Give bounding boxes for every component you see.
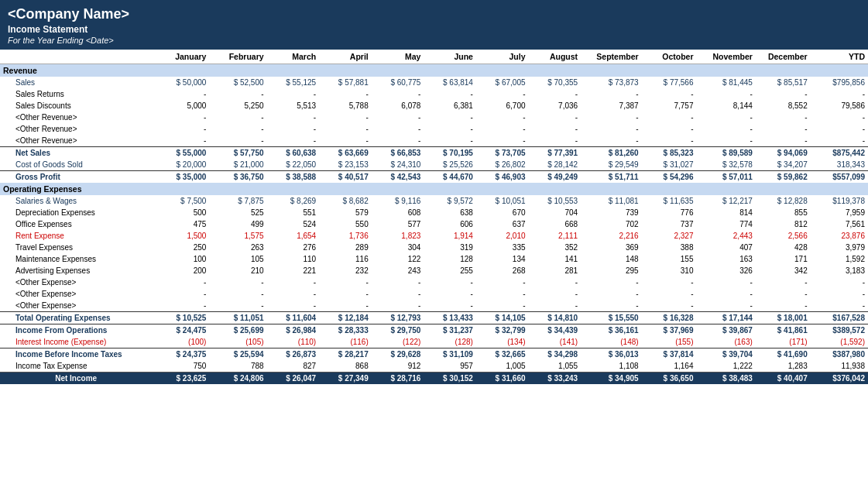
total-opex-label: Total Operating Expenses [0, 312, 152, 324]
travel-label: Travel Expenses [0, 242, 152, 253]
maintenance-label: Maintenance Expenses [0, 253, 152, 265]
other-expense-2-row: <Other Expense> - - - - - - - - - - - - … [0, 288, 868, 300]
column-headers: January February March April May June Ju… [0, 50, 868, 64]
net-income-row: Net Income $ 23,625 $ 24,806 $ 26,047 $ … [0, 373, 868, 385]
header-june: June [424, 50, 476, 64]
sales-jun: $ 63,814 [424, 77, 476, 88]
sales-oct: $ 77,566 [642, 77, 697, 88]
header-december: December [756, 50, 811, 64]
header-april: April [319, 50, 372, 64]
sales-may: $ 60,775 [372, 77, 424, 88]
sales-returns-label: Sales Returns [0, 88, 152, 100]
header-october: October [642, 50, 697, 64]
depreciation-label: Depreciation Expenses [0, 207, 152, 218]
office-row: Office Expenses 475 499 524 550 577 606 … [0, 218, 868, 230]
sales-jan: $ 50,000 [152, 77, 209, 88]
report-header: <Company Name> Income Statement For the … [0, 0, 868, 50]
revenue-label: Revenue [0, 64, 868, 77]
header-march: March [267, 50, 320, 64]
travel-row: Travel Expenses 250 263 276 289 304 319 … [0, 242, 868, 253]
other-expense-1-row: <Other Expense> - - - - - - - - - - - - … [0, 276, 868, 288]
sales-apr: $ 57,881 [319, 77, 372, 88]
income-statement-table: January February March April May June Ju… [0, 50, 868, 384]
interest-label: Interest Income (Expense) [0, 336, 152, 349]
cogs-row: Cost of Goods Sold $ 20,000 $ 21,000 $ 2… [0, 159, 868, 171]
interest-row: Interest Income (Expense) (100) (105) (1… [0, 336, 868, 349]
cogs-label: Cost of Goods Sold [0, 159, 152, 171]
sales-aug: $ 70,355 [529, 77, 582, 88]
report-title: Income Statement [8, 24, 860, 35]
sales-jul: $ 67,005 [476, 77, 529, 88]
sales-label: Sales [0, 77, 152, 88]
sales-row: Sales $ 50,000 $ 52,500 $ 55,125 $ 57,88… [0, 77, 868, 88]
maintenance-row: Maintenance Expenses 100 105 110 116 122… [0, 253, 868, 265]
header-february: February [209, 50, 266, 64]
header-november: November [697, 50, 756, 64]
report-subtitle: For the Year Ending <Date> [8, 36, 860, 45]
net-income-label: Net Income [0, 373, 152, 385]
revenue-section-header: Revenue [0, 64, 868, 77]
total-opex-row: Total Operating Expenses $ 10,525 $ 11,0… [0, 312, 868, 324]
salaries-label: Salaries & Wages [0, 195, 152, 207]
rent-label: Rent Expense [0, 230, 152, 242]
header-ytd: YTD [811, 50, 868, 64]
income-ops-label: Income From Operations [0, 324, 152, 337]
gross-profit-label: Gross Profit [0, 171, 152, 184]
depreciation-row: Depreciation Expenses 500 525 551 579 60… [0, 207, 868, 218]
header-august: August [529, 50, 582, 64]
sales-nov: $ 81,445 [697, 77, 756, 88]
sales-mar: $ 55,125 [267, 77, 320, 88]
rent-row: Rent Expense 1,500 1,575 1,654 1,736 1,8… [0, 230, 868, 242]
income-before-tax-row: Income Before Income Taxes $ 24,375 $ 25… [0, 349, 868, 361]
sales-ytd: $795,856 [811, 77, 868, 88]
sales-returns-row: Sales Returns - - - - - - - - - - - - - [0, 88, 868, 100]
sales-feb: $ 52,500 [209, 77, 266, 88]
income-before-tax-label: Income Before Income Taxes [0, 349, 152, 361]
header-january: January [152, 50, 209, 64]
other-expense-3-row: <Other Expense> - - - - - - - - - - - - … [0, 300, 868, 312]
advertising-row: Advertising Expenses 200 210 221 232 243… [0, 265, 868, 276]
tax-row: Income Tax Expense 750 788 827 868 912 9… [0, 360, 868, 373]
tax-label: Income Tax Expense [0, 360, 152, 373]
other-revenue-1-row: <Other Revenue> - - - - - - - - - - - - … [0, 112, 868, 123]
header-july: July [476, 50, 529, 64]
sales-discounts-row: Sales Discounts 5,000 5,250 5,513 5,788 … [0, 100, 868, 112]
net-sales-row: Net Sales $ 55,000 $ 57,750 $ 60,638 $ 6… [0, 147, 868, 160]
operating-label: Operating Expenses [0, 183, 868, 195]
other-revenue-2-row: <Other Revenue> - - - - - - - - - - - - … [0, 123, 868, 135]
company-name: <Company Name> [8, 6, 860, 22]
header-may: May [372, 50, 424, 64]
other-revenue-3-row: <Other Revenue> - - - - - - - - - - - - … [0, 135, 868, 147]
sales-discounts-label: Sales Discounts [0, 100, 152, 112]
operating-expenses-section-header: Operating Expenses [0, 183, 868, 195]
income-ops-row: Income From Operations $ 24,475 $ 25,699… [0, 324, 868, 337]
sales-dec: $ 85,517 [756, 77, 811, 88]
office-label: Office Expenses [0, 218, 152, 230]
salaries-row: Salaries & Wages $ 7,500 $ 7,875 $ 8,269… [0, 195, 868, 207]
sales-sep: $ 73,873 [581, 77, 642, 88]
header-september: September [581, 50, 642, 64]
net-sales-label: Net Sales [0, 147, 152, 160]
gross-profit-row: Gross Profit $ 35,000 $ 36,750 $ 38,588 … [0, 171, 868, 184]
header-label [0, 50, 152, 64]
advertising-label: Advertising Expenses [0, 265, 152, 276]
